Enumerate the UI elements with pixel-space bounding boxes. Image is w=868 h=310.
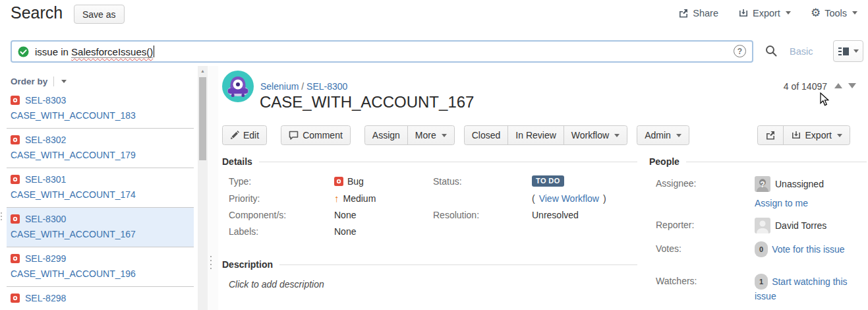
sidebar-edge-handle[interactable] bbox=[0, 212, 3, 222]
votes-count-badge: 0 bbox=[755, 241, 768, 257]
pencil-icon bbox=[230, 131, 239, 140]
list-item[interactable]: SEL-8303 CASE_WITH_ACCOUNT_183 bbox=[7, 89, 194, 129]
panel-resize-handle[interactable] bbox=[210, 256, 212, 270]
reporter-label: Reporter: bbox=[656, 218, 755, 233]
status-value: TO DO bbox=[532, 175, 637, 187]
issue-list: SEL-8303 CASE_WITH_ACCOUNT_183 SEL-8302 … bbox=[7, 89, 194, 310]
divider bbox=[279, 264, 637, 265]
list-item[interactable]: SEL-8301 CASE_WITH_ACCOUNT_174 bbox=[7, 168, 194, 208]
export-label: Export bbox=[753, 8, 780, 18]
divider bbox=[259, 162, 637, 162]
more-menu-button[interactable]: More bbox=[407, 125, 455, 145]
view-workflow: (View Workflow) bbox=[532, 193, 637, 204]
view-switcher-button[interactable] bbox=[833, 40, 863, 62]
vote-link[interactable]: Vote for this issue bbox=[772, 244, 845, 255]
issue-key-link[interactable]: SEL-8299 bbox=[25, 253, 66, 264]
reporter-value: David Torres bbox=[775, 219, 826, 232]
previous-issue-icon[interactable] bbox=[834, 83, 842, 88]
issue-summary-link[interactable]: CASE_WITH_ACCOUNT_167 bbox=[11, 229, 190, 239]
description-placeholder[interactable]: Click to add description bbox=[229, 279, 637, 290]
export-issue-label: Export bbox=[805, 130, 832, 140]
query-prefix: issue in bbox=[35, 46, 71, 57]
assign-to-me-link[interactable]: Assign to me bbox=[755, 197, 808, 210]
order-by-control[interactable]: Order by bbox=[11, 77, 198, 86]
scrollbar-up-arrow[interactable]: ▲ bbox=[198, 66, 208, 76]
status-badge: TO DO bbox=[532, 175, 564, 187]
breadcrumb: Selenium / SEL-8300 bbox=[260, 81, 347, 92]
tools-label: Tools bbox=[825, 8, 847, 18]
issue-key-link[interactable]: SEL-8302 bbox=[25, 135, 66, 145]
edit-button[interactable]: Edit bbox=[222, 125, 267, 145]
component-value: None bbox=[334, 210, 433, 220]
view-workflow-link[interactable]: View Workflow bbox=[539, 193, 599, 204]
comment-label: Comment bbox=[303, 130, 343, 140]
bug-type-icon bbox=[334, 177, 343, 186]
issue-detail-panel: Selenium / SEL-8300 CASE_WITH_ACCOUNT_16… bbox=[218, 66, 868, 310]
export-issue-button[interactable]: Export bbox=[783, 125, 850, 145]
priority-text: Medium bbox=[343, 193, 376, 204]
search-input[interactable]: issue in SalesforceIssues() ? bbox=[11, 40, 753, 63]
search-icon[interactable] bbox=[765, 44, 778, 57]
workflow-label: Workflow bbox=[571, 130, 609, 140]
gear-icon: ⚙ bbox=[811, 7, 821, 18]
component-label: Component/s: bbox=[229, 210, 334, 220]
save-as-button[interactable]: Save as bbox=[74, 5, 125, 24]
breadcrumb-issue-link[interactable]: SEL-8300 bbox=[306, 81, 347, 92]
chevron-down-icon bbox=[852, 11, 857, 15]
share-icon bbox=[678, 8, 689, 18]
issue-toolbar: Edit Comment Assign More Closed In Revie… bbox=[222, 125, 868, 145]
closed-transition-button[interactable]: Closed bbox=[464, 125, 509, 145]
comment-button[interactable]: Comment bbox=[281, 125, 351, 145]
issue-title: CASE_WITH_ACCOUNT_167 bbox=[260, 93, 474, 111]
priority-label: Priority: bbox=[229, 193, 334, 204]
share-button[interactable]: Share bbox=[678, 8, 718, 18]
issue-summary-link[interactable]: CASE_WITH_ACCOUNT_179 bbox=[11, 150, 190, 160]
issue-summary-link[interactable]: CASE_WITH_ACCOUNT_196 bbox=[11, 268, 190, 279]
issue-key-link[interactable]: SEL-8301 bbox=[25, 174, 66, 185]
bug-type-icon bbox=[11, 294, 20, 303]
basic-mode-link[interactable]: Basic bbox=[790, 46, 813, 57]
breadcrumb-separator: / bbox=[301, 81, 304, 92]
list-item[interactable]: SEL-8302 CASE_WITH_ACCOUNT_179 bbox=[7, 129, 194, 168]
pager-arrows bbox=[834, 83, 856, 88]
list-item[interactable]: SEL-8299 CASE_WITH_ACCOUNT_196 bbox=[7, 247, 194, 287]
next-issue-icon[interactable] bbox=[848, 83, 856, 88]
issue-key-link[interactable]: SEL-8303 bbox=[25, 95, 66, 106]
share-issue-button[interactable] bbox=[757, 125, 784, 145]
list-item-selected[interactable]: SEL-8300 CASE_WITH_ACCOUNT_167 bbox=[7, 208, 194, 247]
description-section: Description Click to add description bbox=[222, 259, 637, 290]
status-label: Status: bbox=[433, 176, 532, 187]
chevron-down-icon bbox=[837, 134, 842, 137]
share-icon bbox=[765, 130, 776, 140]
issue-key-link[interactable]: SEL-8300 bbox=[25, 214, 66, 224]
order-by-label: Order by bbox=[11, 77, 47, 86]
panel-resize-gutter bbox=[208, 66, 218, 310]
workflow-menu-button[interactable]: Workflow bbox=[564, 125, 627, 145]
bug-type-icon bbox=[11, 254, 20, 263]
divider bbox=[53, 77, 54, 86]
syntax-help-icon[interactable]: ? bbox=[734, 45, 746, 57]
issue-key-link[interactable]: SEL-8298 bbox=[25, 293, 66, 303]
edit-label: Edit bbox=[243, 130, 259, 140]
chevron-down-icon bbox=[442, 134, 447, 137]
export-button-group: Export bbox=[757, 125, 850, 145]
admin-menu-button[interactable]: Admin bbox=[637, 125, 689, 145]
sidebar-scrollbar[interactable]: ▲ bbox=[198, 66, 208, 310]
issue-summary-link[interactable]: CASE_WITH_ACCOUNT_183 bbox=[11, 110, 190, 121]
assignee-label: Assignee: bbox=[656, 176, 755, 210]
breadcrumb-project-link[interactable]: Selenium bbox=[260, 81, 299, 92]
share-label: Share bbox=[693, 8, 718, 18]
watch-link[interactable]: Start watching this issue bbox=[755, 276, 848, 301]
query-text: issue in SalesforceIssues() bbox=[35, 46, 154, 57]
votes-row: Votes: 0Vote for this issue bbox=[656, 241, 867, 257]
question-mark-icon: ? bbox=[755, 178, 770, 191]
scrollbar-thumb[interactable] bbox=[199, 77, 206, 160]
tools-menu-button[interactable]: ⚙ Tools bbox=[811, 7, 857, 18]
in-review-transition-button[interactable]: In Review bbox=[507, 125, 564, 145]
assign-button[interactable]: Assign bbox=[364, 125, 408, 145]
export-menu-button[interactable]: Export bbox=[738, 8, 791, 18]
people-section: People Assignee: ? Unassigned Assign to … bbox=[649, 156, 867, 310]
issue-summary-link[interactable]: CASE_WITH_ACCOUNT_174 bbox=[11, 189, 190, 200]
assign-button-group: Assign More bbox=[364, 125, 455, 145]
list-item[interactable]: SEL-8298 CASE_WITH_ACCOUNT_164 bbox=[7, 287, 194, 310]
